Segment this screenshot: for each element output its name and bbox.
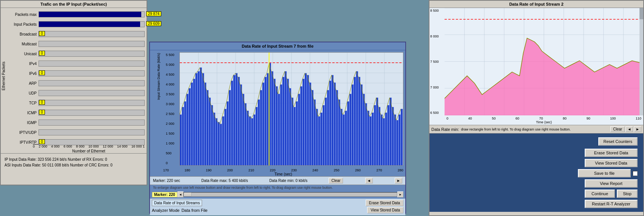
svg-rect-101 — [352, 84, 354, 165]
y-tick: 0 — [166, 161, 179, 165]
view-stored-data-right-button[interactable]: View Stored Data — [585, 159, 638, 167]
middle-scrollbar[interactable]: Marker: 220 ◄ ► — [150, 190, 405, 199]
bar-label: ARP — [8, 81, 39, 85]
right-buttons-area: Reset Counters Erase Stored Data View St… — [429, 134, 643, 212]
scrollbar-thumb[interactable] — [184, 193, 192, 196]
svg-rect-71 — [285, 71, 287, 165]
view-report-button[interactable]: View Report — [585, 179, 638, 188]
svg-rect-43 — [222, 117, 224, 165]
bar-zero: 0 — [39, 31, 45, 36]
bar-track: 0 — [39, 139, 145, 145]
svg-rect-142 — [639, 8, 643, 115]
bar-row: IPv4 — [8, 59, 145, 68]
save-checkbox[interactable] — [633, 171, 638, 176]
svg-rect-82 — [309, 82, 311, 165]
svg-rect-103 — [356, 71, 358, 165]
y-tick: 2 000 — [166, 122, 179, 126]
footer-line2: ASI Inputs Data Rate: 50 011 008 bit/s N… — [5, 162, 143, 168]
svg-rect-63 — [267, 73, 269, 165]
svg-rect-45 — [227, 101, 229, 165]
y-tick: 3 500 — [166, 92, 179, 96]
right-chart-area[interactable]: 8 500 8 000 7 500 7 000 6 500 — [429, 8, 643, 125]
svg-rect-117 — [388, 105, 389, 165]
scrollbar-left-btn[interactable]: ◄ — [178, 191, 184, 197]
svg-rect-31 — [195, 73, 197, 165]
middle-scroll-left[interactable]: ◄ — [365, 178, 373, 183]
middle-x-ticks: 170 180 190 200 210 220 230 240 250 260 … — [163, 168, 403, 172]
save-to-file-button[interactable]: Save to file — [578, 169, 631, 177]
svg-rect-51 — [240, 84, 242, 165]
svg-rect-120 — [394, 115, 396, 165]
svg-rect-118 — [390, 98, 392, 165]
tab1-label[interactable]: Data Rate of Input Streams — [152, 200, 202, 206]
middle-clear-button[interactable]: Clear — [329, 178, 343, 183]
right-bottom-controls: Data Rate min: draw rectangle from left … — [429, 125, 643, 134]
scrollbar-track[interactable] — [184, 192, 397, 197]
svg-rect-28 — [189, 88, 191, 165]
svg-rect-110 — [372, 113, 374, 165]
bar-track — [39, 129, 145, 135]
bar-track — [39, 80, 145, 86]
svg-rect-106 — [363, 94, 365, 165]
bar-zero: 0 — [39, 110, 45, 115]
left-chart-area: Ethernet Packets Packets max29 874Input … — [1, 8, 147, 144]
right-scroll-right[interactable]: ► — [634, 126, 641, 132]
stop-button[interactable]: Stop — [617, 190, 638, 198]
svg-rect-97 — [343, 115, 344, 165]
bar-track: 29 609 — [39, 21, 145, 27]
tab-row-2: Analyzer Mode Data from File View Stored… — [152, 207, 403, 213]
svg-rect-67 — [276, 86, 278, 165]
save-row: Save to file — [578, 169, 638, 177]
svg-rect-52 — [242, 94, 244, 165]
svg-rect-61 — [263, 82, 264, 165]
svg-rect-29 — [191, 82, 193, 165]
middle-scroll-right[interactable]: ► — [395, 178, 402, 183]
svg-rect-96 — [341, 109, 343, 165]
bar-zero: 0 — [39, 70, 45, 75]
max-info: Data Rate max: 5 400 kbit/s — [201, 179, 248, 183]
bar-label: ICMP — [8, 111, 39, 115]
right-x-axis: 0 40 50 60 70 80 90 100 110 Time (sec) — [445, 115, 643, 125]
reset-counters-button[interactable]: Reset Counters — [598, 137, 638, 146]
right-chart-svg — [445, 8, 643, 115]
right-x-ticks: 0 40 50 60 70 80 90 100 110 — [445, 115, 643, 120]
erase-stored-data-button[interactable]: Erase Stored Data — [366, 200, 403, 206]
bar-label: IPTV/RTP — [8, 140, 39, 145]
x-tick: 220 — [270, 168, 275, 172]
middle-panel: Data Rate of Input Stream 7 from file In… — [149, 42, 406, 214]
svg-rect-98 — [345, 111, 347, 165]
continue-button[interactable]: Continue — [585, 190, 615, 198]
svg-rect-49 — [236, 73, 238, 165]
bar-row: Broadcast0 — [8, 30, 145, 39]
view-stored-data-button[interactable]: View Stored Data — [367, 207, 403, 213]
middle-chart[interactable] — [179, 52, 403, 166]
left-panel: Trafic on the IP Input (Packet/sec) Ethe… — [0, 0, 147, 185]
right-info-label: Data Rate min: — [431, 127, 459, 132]
svg-rect-76 — [296, 101, 298, 165]
bar-track — [39, 90, 145, 96]
bar-label: Unicast — [8, 52, 39, 56]
svg-rect-86 — [318, 117, 320, 165]
svg-rect-99 — [347, 101, 349, 165]
bar-zero: 0 — [39, 51, 45, 56]
scrollbar-right-btn[interactable]: ► — [397, 191, 403, 197]
svg-rect-100 — [349, 94, 351, 165]
y-tick: 4 500 — [166, 73, 179, 76]
x-tick: 210 — [249, 168, 254, 172]
min-info: Data Rate min: 0 kbit/s — [269, 179, 307, 183]
bar-track: 0 — [39, 110, 145, 116]
marker-info: Marker: 220 sec — [153, 179, 180, 183]
footer-line1: IP Input Data Rate: 323 556 224 bit/s Nu… — [5, 157, 143, 162]
svg-rect-81 — [307, 75, 309, 165]
bar-fill — [39, 22, 140, 27]
right-title: Data Rate of Input Stream 2 — [429, 1, 643, 8]
x-tick: 230 — [291, 168, 297, 172]
svg-rect-58 — [256, 107, 258, 165]
right-clear-button[interactable]: Clear — [610, 126, 625, 132]
erase-stored-data-right-button[interactable]: Erase Stored Data — [585, 149, 638, 157]
right-scroll-left[interactable]: ◄ — [625, 126, 633, 132]
svg-rect-89 — [325, 98, 327, 165]
svg-rect-34 — [202, 73, 204, 165]
restart-analyzer-button[interactable]: Restart R-T Analyzer — [585, 200, 638, 208]
bar-label: IPv4 — [8, 62, 39, 66]
